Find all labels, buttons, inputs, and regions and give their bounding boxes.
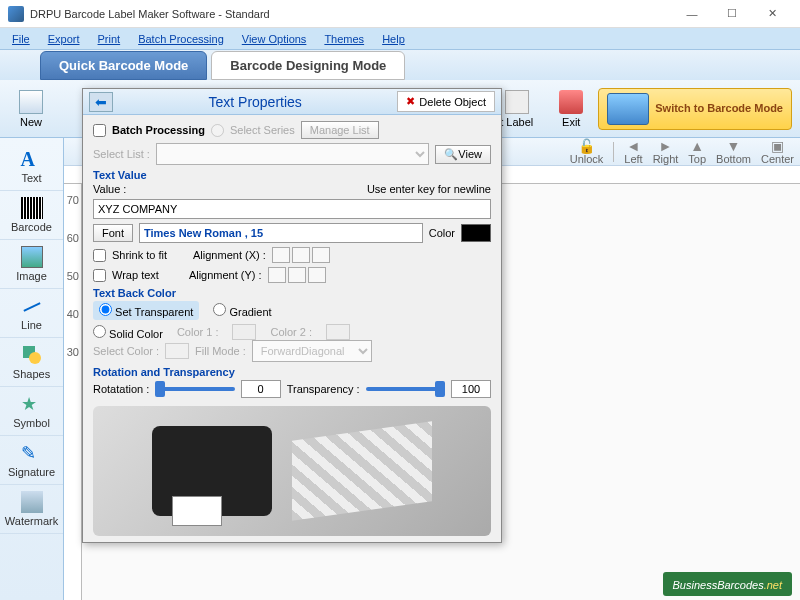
barcode-icon [21,197,43,219]
font-button[interactable]: Font [93,224,133,242]
tab-design-mode[interactable]: Barcode Designing Mode [211,51,405,80]
watermark-icon [21,491,43,513]
text-value-section: Text Value [93,169,491,181]
maximize-button[interactable]: ☐ [712,2,752,26]
up-arrow-icon: ▲ [690,139,704,153]
exit-label: Exit [562,116,580,128]
menu-view[interactable]: View Options [234,31,315,47]
brand-footer: BusinessBarcodes.net [663,572,792,596]
align-bottom-button[interactable]: ▼Bottom [716,139,751,165]
tool-shapes[interactable]: Shapes [0,338,63,387]
tool-symbol[interactable]: ★Symbol [0,387,63,436]
label-label: t Label [500,116,533,128]
mode-tabs: Quick Barcode Mode Barcode Designing Mod… [0,50,800,80]
delete-icon: ✖ [406,95,415,108]
select-series-radio [211,124,224,137]
transparency-value[interactable] [451,380,491,398]
label-icon [505,90,529,114]
solid-color-radio[interactable]: Solid Color [93,325,163,340]
menu-batch[interactable]: Batch Processing [130,31,232,47]
fill-mode-dropdown: ForwardDiagonal [252,340,372,362]
color1-swatch [232,324,256,340]
close-button[interactable]: ✕ [752,2,792,26]
document-icon [19,90,43,114]
menu-export[interactable]: Export [40,31,88,47]
tab-quick-mode[interactable]: Quick Barcode Mode [40,51,207,80]
align-left-button[interactable]: ◄Left [624,139,642,165]
align-center-button[interactable]: ▣Center [761,139,794,165]
menu-print[interactable]: Print [90,31,129,47]
titlebar: DRPU Barcode Label Maker Software - Stan… [0,0,800,28]
unlock-button[interactable]: 🔓Unlock [570,139,604,165]
align-y-buttons[interactable] [268,267,326,283]
ruler-vertical: 70 60 50 40 30 [64,184,82,600]
rotation-slider[interactable] [155,387,234,391]
image-icon [21,246,43,268]
back-color-section: Text Back Color [93,287,491,299]
app-icon [8,6,24,22]
delete-object-button[interactable]: ✖Delete Object [397,91,495,112]
down-arrow-icon: ▼ [727,139,741,153]
new-button[interactable]: New [8,85,54,133]
switch-mode-button[interactable]: Switch to Barcode Mode [598,88,792,130]
set-transparent-radio[interactable]: Set Transparent [93,301,199,320]
tool-signature[interactable]: ✎Signature [0,436,63,485]
tool-palette: AText Barcode Image Line Shapes ★Symbol … [0,138,64,600]
tool-text[interactable]: AText [0,142,63,191]
unlock-icon: 🔓 [578,139,595,153]
menu-help[interactable]: Help [374,31,413,47]
tool-barcode[interactable]: Barcode [0,191,63,240]
shapes-icon [21,344,43,366]
line-icon [21,295,43,317]
rotation-value[interactable] [241,380,281,398]
align-x-buttons[interactable] [272,247,330,263]
text-properties-popup: ⬅ Text Properties ✖Delete Object Batch P… [82,88,502,543]
signature-icon: ✎ [21,442,43,464]
switch-label: Switch to Barcode Mode [655,102,783,115]
batch-label: Batch Processing [112,124,205,136]
switch-icon [607,93,649,125]
tool-line[interactable]: Line [0,289,63,338]
manage-list-button: Manage List [301,121,379,139]
color2-swatch [326,324,350,340]
shrink-checkbox[interactable] [93,249,106,262]
left-arrow-icon: ◄ [627,139,641,153]
window-title: DRPU Barcode Label Maker Software - Stan… [30,8,672,20]
tool-watermark[interactable]: Watermark [0,485,63,534]
popup-title: Text Properties [121,94,389,110]
menubar: File Export Print Batch Processing View … [0,28,800,50]
font-display: Times New Roman , 15 [139,223,423,243]
exit-icon [559,90,583,114]
text-icon: A [21,148,43,170]
center-icon: ▣ [771,139,784,153]
popup-body: Batch Processing Select Series Manage Li… [83,115,501,542]
new-label: New [20,116,42,128]
right-arrow-icon: ► [659,139,673,153]
printer-image [93,406,491,536]
wrap-checkbox[interactable] [93,269,106,282]
menu-themes[interactable]: Themes [316,31,372,47]
text-color-swatch[interactable] [461,224,491,242]
select-color-swatch [165,343,189,359]
symbol-icon: ★ [21,393,43,415]
align-right-button[interactable]: ►Right [653,139,679,165]
view-button[interactable]: 🔍View [435,145,491,164]
menu-file[interactable]: File [4,31,38,47]
align-top-button[interactable]: ▲Top [688,139,706,165]
exit-button[interactable]: Exit [548,85,594,133]
gradient-radio[interactable]: Gradient [213,303,271,318]
select-list-dropdown [156,143,429,165]
minimize-button[interactable]: — [672,2,712,26]
text-value-input[interactable] [93,199,491,219]
popup-titlebar: ⬅ Text Properties ✖Delete Object [83,89,501,115]
back-button[interactable]: ⬅ [89,92,113,112]
rotation-section: Rotation and Transparency [93,366,491,378]
transparency-slider[interactable] [366,387,445,391]
tool-image[interactable]: Image [0,240,63,289]
batch-processing-checkbox[interactable] [93,124,106,137]
